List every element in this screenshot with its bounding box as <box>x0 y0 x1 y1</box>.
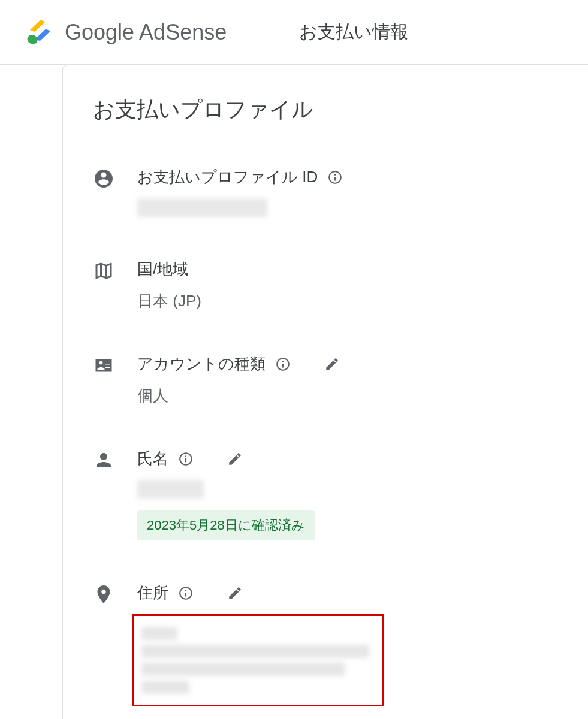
person-icon <box>93 449 114 471</box>
info-icon[interactable] <box>178 585 194 601</box>
header-divider <box>263 13 263 52</box>
adsense-logo-icon <box>24 17 55 48</box>
country-label: 国/地域 <box>137 259 188 280</box>
section-title: お支払いプロファイル <box>93 95 558 125</box>
field-country: 国/地域 日本 (JP) <box>93 259 558 312</box>
address-label: 住所 <box>137 582 168 603</box>
product-name: Google AdSense <box>65 20 227 45</box>
adsense-logo: Google AdSense <box>24 17 227 48</box>
place-icon <box>93 584 114 605</box>
payment-profile-card: お支払いプロファイル お支払いプロファイル ID ████ ███ ████ 国… <box>62 65 588 719</box>
country-value: 日本 (JP) <box>137 291 558 312</box>
profile-id-label: お支払いプロファイル ID <box>137 167 318 188</box>
info-icon[interactable] <box>327 170 343 185</box>
field-address: 住所 <box>93 582 558 706</box>
map-icon <box>93 260 114 282</box>
svg-point-0 <box>26 33 38 45</box>
app-header: Google AdSense お支払い情報 <box>0 0 588 65</box>
id-card-icon <box>93 355 114 376</box>
page-title: お支払い情報 <box>299 20 408 44</box>
field-name: 氏名 ██████ 2023年5月28日に確認済み <box>93 448 558 540</box>
person-circle-icon <box>93 168 114 189</box>
verified-badge: 2023年5月28日に確認済み <box>137 510 315 540</box>
edit-icon[interactable] <box>324 357 340 372</box>
address-highlight-box <box>132 614 384 706</box>
address-redacted-line <box>141 681 189 694</box>
field-profile-id: お支払いプロファイル ID ████ ███ ████ <box>93 167 558 217</box>
account-type-label: アカウントの種類 <box>137 354 266 374</box>
name-label: 氏名 <box>137 448 168 469</box>
info-icon[interactable] <box>275 357 291 372</box>
edit-icon[interactable] <box>227 451 243 467</box>
address-redacted-line <box>141 663 345 676</box>
info-icon[interactable] <box>178 451 194 467</box>
field-account-type: アカウントの種類 個人 <box>93 354 558 406</box>
edit-icon[interactable] <box>227 585 243 601</box>
address-redacted-line <box>141 627 177 640</box>
address-redacted-line <box>141 645 369 658</box>
name-value: ██████ <box>137 480 558 499</box>
account-type-value: 個人 <box>137 385 558 406</box>
profile-id-value: ████ ███ ████ <box>137 198 558 217</box>
